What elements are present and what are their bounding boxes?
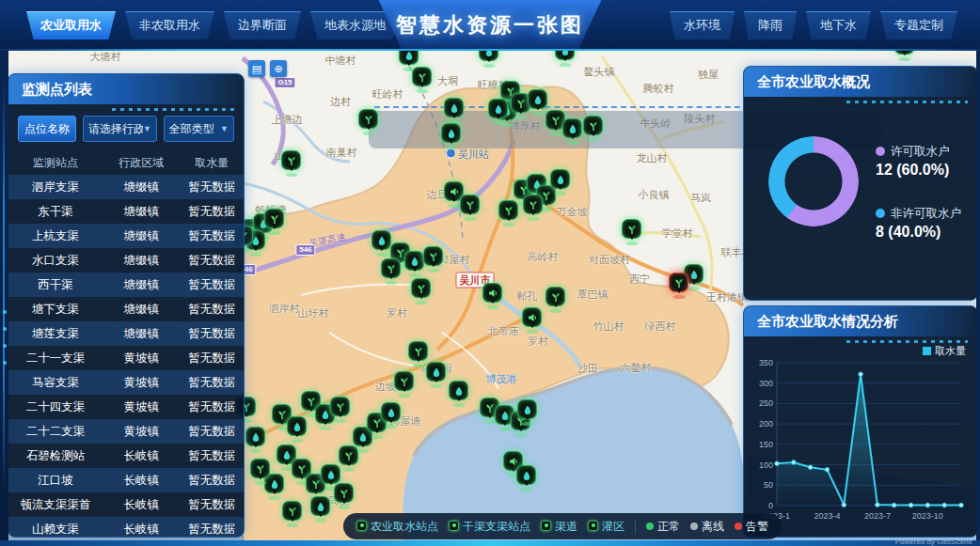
- nav-tab-right-1[interactable]: 降雨: [744, 11, 797, 39]
- marker-canal-station[interactable]: [516, 465, 537, 491]
- nav-tab-left-0[interactable]: 农业取用水: [26, 11, 116, 39]
- table-row[interactable]: 水口支渠塘缀镇暂无数据: [8, 248, 244, 273]
- map-measure-button[interactable]: ⊕: [270, 60, 287, 77]
- station-icon: [446, 148, 456, 159]
- marker-agriculture-intake[interactable]: [250, 459, 271, 485]
- pin-base: [343, 468, 356, 472]
- marker-canal-station[interactable]: [404, 251, 425, 277]
- marker-agriculture-intake[interactable]: [523, 195, 544, 221]
- marker-agriculture-intake[interactable]: [330, 397, 351, 423]
- legend-status-item[interactable]: 离线: [690, 519, 724, 535]
- dashboard: 大塘村中塘村旺岭村边村上塘边大垌旺樟村鳌头镇独屋腾蛟村牛头岭陵头村龙山村小良镇马…: [0, 0, 980, 546]
- nav-tab-right-3[interactable]: 专题定制: [880, 11, 957, 39]
- marker-agriculture-intake[interactable]: [334, 483, 355, 509]
- marker-canal-station[interactable]: [426, 362, 447, 388]
- marker-canal-station[interactable]: [381, 402, 402, 429]
- marker-agriculture-intake[interactable]: [264, 209, 285, 235]
- pin-icon: [541, 521, 551, 533]
- table-cell: 塘下支渠: [8, 297, 103, 321]
- marker-canal-station[interactable]: [562, 118, 583, 145]
- legend-status-item[interactable]: 告警: [735, 519, 768, 535]
- table-row[interactable]: 上杭支渠塘缀镇暂无数据: [8, 224, 244, 248]
- legend-type-item[interactable]: 干渠支渠站点: [449, 519, 530, 535]
- pin-base: [446, 146, 458, 149]
- marker-agriculture-intake[interactable]: [282, 501, 303, 527]
- marker-agriculture-intake[interactable]: [281, 150, 302, 177]
- nav-tab-right-0[interactable]: 水环境: [670, 11, 735, 39]
- marker-agriculture-intake[interactable]: [358, 109, 379, 135]
- pin-base: [626, 242, 639, 245]
- table-row[interactable]: 二十四支渠黄坡镇暂无数据: [8, 395, 244, 419]
- table-cell: 暂无数据: [181, 199, 245, 224]
- pin-body: [334, 483, 354, 503]
- marker-canal-station[interactable]: [449, 381, 469, 407]
- village-label: 对面坡村: [589, 253, 630, 267]
- point-name-button[interactable]: 点位名称: [18, 116, 76, 142]
- marker-canal-station[interactable]: [310, 496, 331, 523]
- legend-type-item[interactable]: 灌区: [588, 519, 624, 535]
- table-row[interactable]: 二十二支渠黄坡镇暂无数据: [8, 419, 244, 444]
- table-cell: 暂无数据: [181, 346, 245, 370]
- marker-agriculture-intake[interactable]: [411, 278, 432, 304]
- marker-irrigation-broadcast[interactable]: [482, 283, 503, 309]
- marker-irrigation-broadcast[interactable]: [522, 307, 543, 334]
- marker-canal-station[interactable]: [245, 427, 266, 453]
- village-label: 高岭村: [528, 250, 559, 264]
- pin-body: [460, 195, 480, 214]
- chevron-down-icon: ▼: [220, 124, 229, 133]
- village-label: 大垌: [437, 74, 458, 88]
- marker-agriculture-intake[interactable]: [583, 116, 604, 142]
- legend-status-item[interactable]: 正常: [646, 519, 680, 535]
- pin-base: [515, 433, 528, 437]
- status-dot-icon: [735, 523, 742, 530]
- marker-agriculture-intake[interactable]: [622, 219, 642, 245]
- table-cell: 暂无数据: [181, 248, 245, 273]
- legend-dot: [876, 209, 885, 218]
- marker-canal-station[interactable]: [550, 169, 571, 195]
- table-row[interactable]: 江口坡长岐镇暂无数据: [8, 468, 244, 492]
- marker-agriculture-intake[interactable]: [545, 287, 566, 313]
- legend-type-item[interactable]: 渠道: [541, 519, 577, 535]
- pin-icon: [356, 521, 367, 533]
- marker-agriculture-intake[interactable]: [423, 246, 444, 273]
- pin-body: [404, 251, 424, 271]
- marker-agriculture-intake[interactable]: [394, 371, 415, 398]
- pin-body: [583, 116, 603, 135]
- marker-agriculture-intake[interactable]: [412, 67, 433, 93]
- pin-body: [330, 397, 350, 416]
- table-row[interactable]: 顿流支渠渠首长岐镇暂无数据: [8, 492, 244, 517]
- pin-body: [622, 219, 641, 239]
- table-row[interactable]: 泗岸支渠塘缀镇暂无数据: [8, 175, 244, 199]
- marker-canal-station[interactable]: [441, 123, 462, 149]
- marker-agriculture-intake[interactable]: [460, 195, 481, 221]
- table-row[interactable]: 石碧检测站长岐镇暂无数据: [8, 444, 244, 468]
- nav-tab-right-2[interactable]: 地下水: [806, 11, 871, 39]
- legend-type-item[interactable]: 农业取水站点: [356, 519, 438, 535]
- marker-canal-station[interactable]: [444, 98, 465, 124]
- table-row[interactable]: 西干渠塘缀镇暂无数据: [8, 273, 244, 297]
- marker-canal-station[interactable]: [517, 399, 538, 426]
- region-select[interactable]: 请选择行政 ▼: [83, 116, 157, 142]
- table-row[interactable]: 塘下支渠塘缀镇暂无数据: [8, 297, 244, 321]
- marker-canal-station[interactable]: [488, 99, 509, 125]
- table-row[interactable]: 马容支渠黄坡镇暂无数据: [8, 370, 244, 395]
- nav-tab-left-2[interactable]: 边界断面: [224, 11, 301, 39]
- nav-tab-left-1[interactable]: 非农取用水: [125, 11, 214, 39]
- table-row[interactable]: 二十一支渠黄坡镇暂无数据: [8, 346, 244, 370]
- marker-canal-station[interactable]: [287, 416, 308, 443]
- pin-base: [532, 112, 545, 116]
- marker-alert[interactable]: [669, 273, 689, 299]
- type-select[interactable]: 全部类型 ▼: [164, 116, 234, 142]
- table-row[interactable]: 东干渠塘缀镇暂无数据: [8, 199, 244, 224]
- pin-base: [550, 133, 562, 136]
- table-row[interactable]: 塘莲支渠塘缀镇暂无数据: [8, 321, 244, 346]
- pin-base: [409, 273, 421, 277]
- marker-agriculture-intake[interactable]: [381, 258, 402, 285]
- road-shield: G15: [274, 77, 295, 88]
- marker-agriculture-intake[interactable]: [498, 200, 519, 226]
- marker-canal-station[interactable]: [371, 230, 392, 257]
- table-row[interactable]: 山赖支渠长岐镇暂无数据: [8, 517, 244, 541]
- map-layers-button[interactable]: ▤: [248, 60, 265, 77]
- pin-base: [560, 63, 572, 67]
- table-cell: 暂无数据: [181, 419, 245, 444]
